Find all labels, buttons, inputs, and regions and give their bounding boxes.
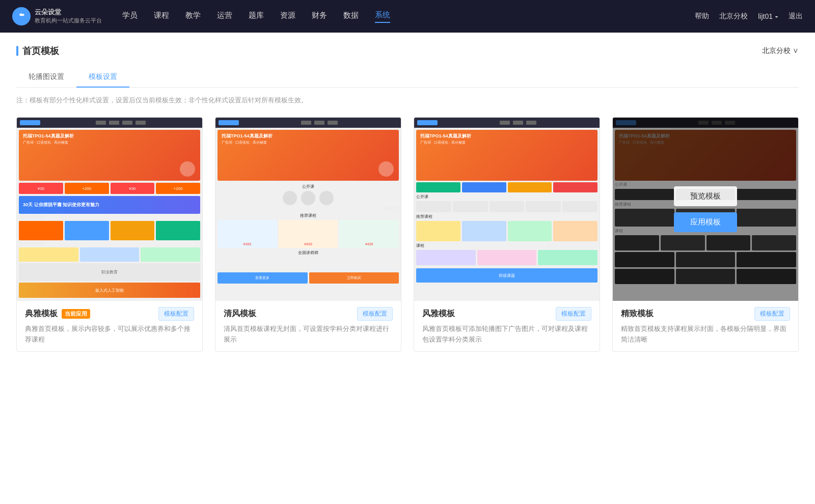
template-preview-4: 托福TPO1-54真题及解析 广告词 · 口语优化 · 高分秘笈 公开课 推荐课… <box>613 118 798 301</box>
logout-button[interactable]: 退出 <box>789 12 803 21</box>
nav-resource[interactable]: 资源 <box>280 11 295 22</box>
tabs: 轮播图设置 模板设置 <box>16 67 799 88</box>
template-card-4[interactable]: 托福TPO1-54真题及解析 广告词 · 口语优化 · 高分秘笈 公开课 推荐课… <box>612 117 799 352</box>
template-name-4: 精致模板 <box>621 309 654 319</box>
page-header: 首页模板 北京分校 ∨ <box>16 45 799 57</box>
username: lijt01 <box>758 12 773 20</box>
branch-label: 北京分校 <box>762 46 791 55</box>
template-desc-3: 风雅首页模板可添加轮播图下广告图片，可对课程及课程包设置学科分类展示 <box>422 324 591 345</box>
template-name-3: 风雅模板 <box>422 309 455 319</box>
user-dropdown[interactable]: lijt01 ▾ <box>758 12 778 20</box>
tab-carousel[interactable]: 轮播图设置 <box>16 67 76 88</box>
template-overlay-4: 预览模板 应用模板 <box>613 118 798 301</box>
template-desc-1: 典雅首页模板，展示内容较多，可以展示优惠券和多个推荐课程 <box>25 324 194 345</box>
template-footer-1: 典雅模板 当前应用 模板配置 典雅首页模板，展示内容较多，可以展示优惠券和多个推… <box>17 301 202 351</box>
help-link[interactable]: 帮助 <box>695 12 709 21</box>
template-name-1: 典雅模板 当前应用 <box>25 309 90 319</box>
template-footer-3: 风雅模板 模板配置 风雅首页模板可添加轮播图下广告图片，可对课程及课程包设置学科… <box>414 301 600 351</box>
main-nav: 学员 课程 教学 运营 题库 资源 财务 数据 系统 <box>122 10 695 23</box>
branch-selector[interactable]: 北京分校 ∨ <box>762 46 799 55</box>
template-card-2[interactable]: 托福TPO1-54真题及解析 广告词 · 口语优化 · 高分秘笈 公开课 推荐课… <box>215 117 401 352</box>
nav-teaching[interactable]: 教学 <box>185 11 201 22</box>
nav-course[interactable]: 课程 <box>154 11 169 22</box>
templates-grid: 托福TPO1-54真题及解析 广告词 · 口语优化 · 高分秘笈 ¥30 +20… <box>16 117 799 352</box>
template-desc-2: 清风首页模板课程无封面，可设置按学科分类对课程进行展示 <box>224 324 393 345</box>
template-card-3[interactable]: 托福TPO1-54真题及解析 广告词 · 口语优化 · 高分秘笈 公开课 <box>414 117 600 352</box>
config-button-3[interactable]: 模板配置 <box>556 307 591 321</box>
template-preview-3: 托福TPO1-54真题及解析 广告词 · 口语优化 · 高分秘笈 公开课 <box>414 118 600 301</box>
nav-system[interactable]: 系统 <box>375 10 390 23</box>
logo-icon: ☁ <box>12 7 31 25</box>
config-button-1[interactable]: 模板配置 <box>158 307 194 321</box>
nav-operation[interactable]: 运营 <box>217 11 232 22</box>
branch-dropdown-icon: ∨ <box>793 46 799 55</box>
template-name-2: 清风模板 <box>224 309 256 319</box>
tab-template[interactable]: 模板设置 <box>76 67 129 88</box>
nav-questionbank[interactable]: 题库 <box>249 11 264 22</box>
template-preview-2: 托福TPO1-54真题及解析 广告词 · 口语优化 · 高分秘笈 公开课 推荐课… <box>215 118 401 301</box>
branch-name[interactable]: 北京分校 <box>719 12 748 21</box>
nav-data[interactable]: 数据 <box>343 11 359 22</box>
nav-finance[interactable]: 财务 <box>312 11 327 22</box>
logo-text: 云朵设堂 教育机构一站式服务云平台 <box>35 8 102 24</box>
config-button-2[interactable]: 模板配置 <box>357 307 393 321</box>
navbar: ☁ 云朵设堂 教育机构一站式服务云平台 学员 课程 教学 运营 题库 资源 财务… <box>0 0 815 33</box>
current-badge-1: 当前应用 <box>62 309 90 319</box>
template-card-1[interactable]: 托福TPO1-54真题及解析 广告词 · 口语优化 · 高分秘笈 ¥30 +20… <box>16 117 203 352</box>
page-container: 首页模板 北京分校 ∨ 轮播图设置 模板设置 注：模板有部分个性化样式设置，设置… <box>0 33 815 504</box>
dropdown-arrow: ▾ <box>775 12 778 20</box>
nav-student[interactable]: 学员 <box>122 11 138 22</box>
note-text: 注：模板有部分个性化样式设置，设置后仅当前模板生效；非个性化样式设置后针对所有模… <box>16 96 799 105</box>
config-button-4[interactable]: 模板配置 <box>754 307 790 321</box>
preview-template-button[interactable]: 预览模板 <box>674 186 737 206</box>
apply-template-button[interactable]: 应用模板 <box>674 212 737 232</box>
template-footer-4: 精致模板 模板配置 精致首页模板支持课程展示封面，各模板分隔明显，界面简洁清晰 <box>613 301 798 351</box>
template-preview-1: 托福TPO1-54真题及解析 广告词 · 口语优化 · 高分秘笈 ¥30 +20… <box>17 118 202 301</box>
page-title: 首页模板 <box>16 45 59 57</box>
navbar-right: 帮助 北京分校 lijt01 ▾ 退出 <box>695 12 803 21</box>
template-desc-4: 精致首页模板支持课程展示封面，各模板分隔明显，界面简洁清晰 <box>621 324 790 345</box>
logo[interactable]: ☁ 云朵设堂 教育机构一站式服务云平台 <box>12 7 102 25</box>
template-footer-2: 清风模板 模板配置 清风首页模板课程无封面，可设置按学科分类对课程进行展示 <box>215 301 401 351</box>
